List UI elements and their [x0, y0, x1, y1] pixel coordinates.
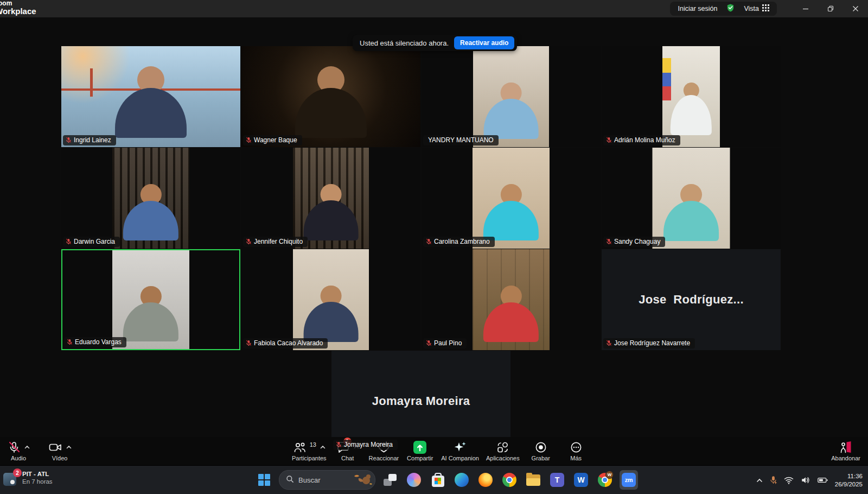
participant-tile[interactable]: Jennifer Chiquito [241, 148, 420, 249]
close-button[interactable] [843, 0, 868, 17]
toolbar-apps-button[interactable]: Aplicaciones [486, 440, 520, 461]
participant-name: Sandy Chaguay [614, 238, 660, 245]
zoom-meeting-window: zoom Workplace Iniciar sesión Vista Uste… [0, 0, 868, 494]
participant-tile[interactable]: Paul Pino [422, 249, 601, 350]
participant-silhouette [115, 66, 187, 147]
word-glyph: W [574, 473, 588, 487]
toolbar-audio-button[interactable]: Audio [4, 440, 33, 461]
participant-video [473, 148, 550, 249]
toolbar-audio-label: Audio [11, 455, 26, 461]
tray-wifi-icon[interactable] [784, 476, 794, 484]
toolbar-more-button[interactable]: Más [562, 440, 590, 461]
participant-tile[interactable]: YANDRY MANTUANO [422, 46, 601, 147]
toolbar-leave-group: Abandonar [831, 440, 860, 461]
participant-name-label: Jennifer Chiquito [243, 237, 308, 247]
taskbar-clock[interactable]: 11:36 26/9/2025 [835, 472, 863, 489]
task-view-taskbar-icon[interactable] [381, 470, 399, 490]
tray-battery-icon[interactable] [818, 477, 828, 484]
taskbar-widget[interactable]: 2 PIT - ATL En 7 horas [3, 470, 53, 486]
store-taskbar-icon[interactable] [429, 470, 447, 490]
toolbar-chat-label: Chat [341, 455, 354, 461]
participant-name: Eduardo Vargas [75, 338, 122, 346]
muted-mic-icon [66, 238, 72, 245]
widget-subtitle: En 7 horas [22, 478, 53, 485]
search-input[interactable]: Buscar [279, 470, 375, 490]
windows-logo-icon [258, 474, 270, 486]
participant-tile[interactable]: Ingrid Lainez [61, 46, 240, 147]
toolbar-leave-button[interactable]: Abandonar [831, 440, 860, 461]
participant-video [293, 148, 369, 249]
chrome-profile-taskbar-icon[interactable]: W [596, 470, 614, 490]
zoom-app-taskbar-icon[interactable]: zm [620, 470, 638, 490]
participant-tile[interactable]: Adrián Molina Muñoz [602, 46, 781, 147]
participant-tile[interactable]: Wagner Baque [241, 46, 420, 147]
participant-tile[interactable]: Carolina Zambrano [422, 148, 601, 249]
toolbar-share-label: Compartir [407, 455, 433, 461]
chrome-taskbar-icon[interactable] [500, 470, 519, 490]
firefox-taskbar-icon[interactable] [476, 470, 495, 490]
muted-mic-icon [606, 238, 612, 245]
participant-name-label: Sandy Chaguay [603, 237, 665, 247]
muted-mic-icon [336, 441, 342, 448]
clock-date: 26/9/2025 [835, 480, 863, 489]
participant-name-label: Paul Pino [423, 338, 467, 349]
toolbar-participants-button[interactable]: 13Participantes [292, 440, 327, 461]
title-bar: zoom Workplace Iniciar sesión Vista [0, 0, 868, 17]
tray-volume-icon[interactable] [801, 476, 810, 484]
clock-time: 11:36 [835, 472, 863, 480]
muted-mic-icon [246, 340, 252, 346]
file-explorer-taskbar-icon[interactable] [524, 470, 542, 490]
participant-name: Jose Rodríguez Navarrete [614, 339, 690, 347]
toolbar-share-button[interactable]: Compartir [406, 440, 434, 461]
participants-icon [293, 441, 307, 454]
participant-name-label: Darwin Garcia [63, 237, 120, 247]
tray-chevron-up-icon[interactable] [756, 478, 763, 483]
participant-name: Carolina Zambrano [434, 238, 490, 245]
participant-name-label: Ingrid Lainez [63, 135, 116, 145]
window-controls [793, 0, 868, 17]
participant-display-name: Jomayra Moreira [372, 394, 470, 408]
participant-silhouette [295, 66, 367, 147]
teams-glyph: T [550, 473, 564, 487]
apps-icon [496, 441, 509, 454]
view-button[interactable]: Vista [744, 4, 769, 14]
participant-silhouette [123, 286, 178, 349]
participant-name-label: Adrián Molina Muñoz [603, 135, 680, 145]
toolbar-react-label: Reaccionar [369, 455, 399, 461]
video-icon [48, 441, 62, 454]
start-button[interactable] [255, 470, 273, 490]
zoom-workplace-logo: zoom Workplace [0, 0, 36, 15]
teams-taskbar-icon[interactable]: T [548, 470, 566, 490]
search-seasonal-art [350, 471, 373, 489]
record-icon [534, 441, 547, 454]
system-tray: 11:36 26/9/2025 [756, 466, 863, 494]
chevron-up-icon[interactable] [24, 445, 30, 449]
participant-tile[interactable]: Darwin Garcia [61, 148, 240, 249]
sign-in-button[interactable]: Iniciar sesión [678, 5, 717, 12]
brand-workplace: Workplace [0, 7, 36, 16]
chevron-up-icon[interactable] [66, 445, 72, 449]
edge-taskbar-icon[interactable] [452, 470, 471, 490]
participant-tile[interactable]: Jose Rodríguez...Jose Rodríguez Navarret… [602, 249, 781, 350]
participant-tile[interactable]: Sandy Chaguay [602, 148, 781, 249]
word-taskbar-icon[interactable]: W [572, 470, 590, 490]
participant-name: Fabiola Cacao Alvarado [254, 339, 323, 347]
toolbar-video-button[interactable]: Vídeo [46, 440, 74, 461]
restore-button[interactable] [818, 0, 843, 17]
copilot-taskbar-icon[interactable] [405, 470, 423, 490]
participant-name: Ingrid Lainez [74, 136, 111, 144]
participant-video [241, 46, 420, 147]
participant-tile[interactable]: Eduardo Vargas [61, 249, 240, 350]
muted-notification-text: Usted está silenciado ahora. [360, 39, 449, 47]
toolbar-record-button[interactable]: Grabar [527, 440, 555, 461]
tray-mic-icon[interactable] [770, 476, 777, 485]
unmute-button[interactable]: Reactivar audio [454, 36, 514, 49]
muted-mic-icon [606, 137, 612, 143]
brand-zoom: zoom [0, 0, 36, 7]
participant-video [473, 46, 549, 147]
participant-tile[interactable]: Fabiola Cacao Alvarado [241, 249, 420, 350]
chevron-up-icon[interactable] [320, 445, 326, 449]
participant-silhouette [123, 184, 178, 249]
toolbar-ai-companion-button[interactable]: AI Companion [441, 440, 479, 461]
minimize-button[interactable] [793, 0, 818, 17]
